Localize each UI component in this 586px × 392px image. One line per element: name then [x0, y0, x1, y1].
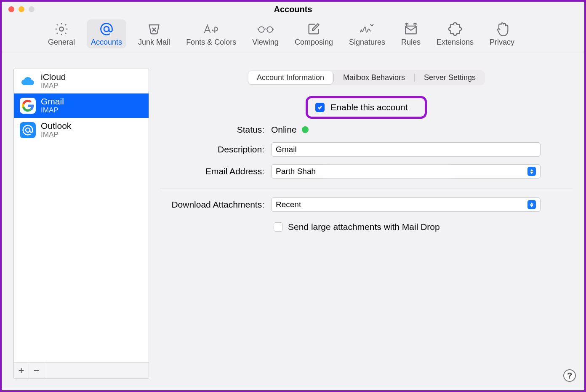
account-gmail[interactable]: GmailIMAP [14, 93, 149, 118]
email-address-select[interactable]: Parth Shah [271, 164, 541, 179]
download-label: Download Attachments: [160, 200, 264, 210]
tab-signatures[interactable]: Signatures [345, 19, 389, 48]
tab-server-settings[interactable]: Server Settings [416, 71, 484, 84]
help-button[interactable]: ? [563, 369, 576, 382]
add-account-button[interactable]: + [14, 363, 29, 378]
toolbar: General Accounts Junk Mail Fonts & Color… [2, 17, 584, 53]
gmail-icon [20, 98, 36, 114]
enable-account-label: Enable this account [330, 102, 408, 112]
enable-account-highlight: Enable this account [306, 96, 426, 119]
hand-icon [494, 22, 511, 36]
tab-junk[interactable]: Junk Mail [134, 19, 174, 48]
window-title: Accounts [2, 5, 584, 14]
trash-icon [146, 22, 162, 36]
tab-mailbox-behaviors[interactable]: Mailbox Behaviors [335, 71, 413, 84]
svg-point-1 [104, 27, 109, 32]
tab-viewing[interactable]: Viewing [248, 19, 283, 48]
tab-accounts[interactable]: Accounts [87, 19, 126, 48]
tab-composing[interactable]: Composing [290, 19, 337, 48]
status-label: Status: [160, 125, 264, 135]
icloud-icon [20, 73, 36, 89]
divider [160, 189, 573, 189]
maildrop-label: Send large attachments with Mail Drop [288, 222, 440, 232]
tab-account-info[interactable]: Account Information [248, 71, 333, 84]
tab-privacy[interactable]: Privacy [485, 19, 519, 48]
outlook-icon [20, 122, 36, 138]
email-label: Email Address: [160, 166, 264, 176]
account-icloud[interactable]: iCloudIMAP [14, 69, 149, 93]
rules-icon [402, 22, 419, 36]
chevron-updown-icon [527, 200, 536, 209]
tab-rules[interactable]: Rules [397, 19, 425, 48]
account-tabs: Account Information Mailbox Behaviors Se… [248, 70, 485, 85]
remove-account-button[interactable]: − [29, 363, 44, 378]
description-input[interactable] [271, 142, 541, 157]
titlebar: Accounts [2, 2, 584, 17]
description-label: Description: [160, 144, 264, 155]
status-online-icon [302, 126, 309, 133]
status-value: Online [271, 125, 297, 135]
download-attachments-select[interactable]: Recent [271, 197, 541, 212]
chevron-updown-icon [527, 167, 536, 176]
svg-point-0 [59, 27, 64, 31]
enable-account-checkbox[interactable] [315, 103, 325, 112]
maildrop-checkbox[interactable] [274, 222, 283, 232]
at-icon [98, 22, 115, 36]
puzzle-icon [447, 22, 463, 36]
glasses-icon [257, 22, 274, 36]
account-outlook[interactable]: OutlookIMAP [14, 118, 149, 142]
signature-icon [359, 22, 376, 36]
svg-point-2 [258, 27, 264, 32]
compose-icon [305, 22, 322, 36]
tab-extensions[interactable]: Extensions [432, 19, 478, 48]
svg-point-5 [26, 128, 30, 132]
gear-icon [53, 22, 70, 36]
svg-point-3 [267, 27, 272, 32]
tab-general[interactable]: General [44, 19, 79, 48]
fonts-icon [203, 22, 220, 36]
accounts-sidebar: iCloudIMAP GmailIMAP OutlookIMAP + − [13, 69, 149, 379]
tab-fonts[interactable]: Fonts & Colors [182, 19, 240, 48]
